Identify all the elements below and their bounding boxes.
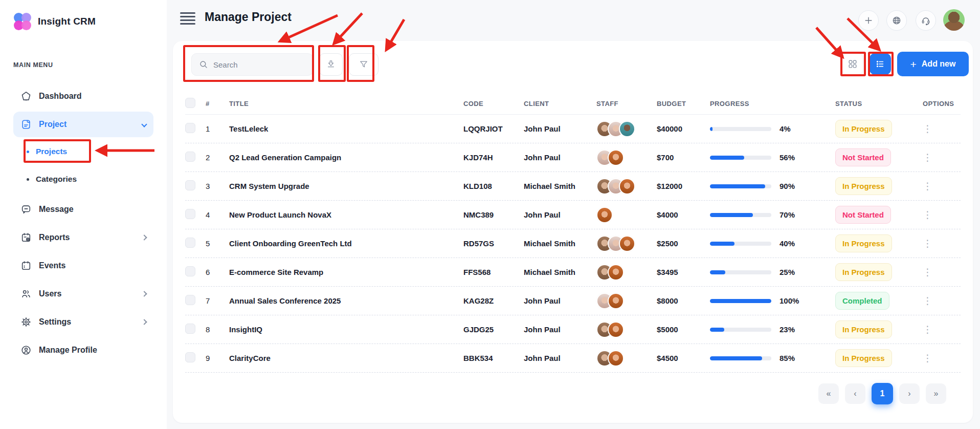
staff-avatar-woman-orange <box>608 293 624 309</box>
row-number: 5 <box>206 239 229 248</box>
status-badge: In Progress <box>835 263 892 281</box>
sidebar-item-reports[interactable]: Reports <box>13 226 153 249</box>
column-header-budget: BUDGET <box>657 100 710 108</box>
sidebar-section-label: MAIN MENU <box>13 61 53 69</box>
add-new-button[interactable]: + Add new <box>897 52 969 76</box>
sidebar-item-categories[interactable]: Categories <box>27 171 129 187</box>
row-options-button[interactable]: ⋮ <box>923 181 933 191</box>
main-content-card: + Add new # TITLE CODE CLIENT STAFF BUDG… <box>173 41 973 423</box>
budget-value: $8000 <box>657 296 710 305</box>
row-options-button[interactable]: ⋮ <box>923 267 933 277</box>
pagination-last-button[interactable]: » <box>926 383 946 404</box>
pagination-prev-button[interactable]: ‹ <box>845 383 865 404</box>
sidebar-item-projects[interactable]: Projects <box>27 143 129 160</box>
user-avatar[interactable] <box>943 9 965 31</box>
row-checkbox[interactable] <box>185 295 195 305</box>
search-box[interactable] <box>191 53 313 76</box>
client-name: John Paul <box>524 296 596 305</box>
project-code: NMC389 <box>463 210 524 219</box>
client-name: John Paul <box>524 210 596 219</box>
select-all-checkbox[interactable] <box>185 98 195 108</box>
row-checkbox[interactable] <box>185 238 195 248</box>
project-code: KLD108 <box>463 182 524 190</box>
row-number: 9 <box>206 354 229 362</box>
table-row: 5 Client Onboarding GreenTech Ltd RD57GS… <box>185 229 961 258</box>
project-title: InsightIQ <box>229 325 463 334</box>
list-view-icon <box>875 59 885 69</box>
project-title: TestLeleck <box>229 124 463 133</box>
sidebar-item-project[interactable]: Project <box>13 112 153 137</box>
row-checkbox[interactable] <box>185 152 195 162</box>
row-options-button[interactable]: ⋮ <box>923 295 933 306</box>
staff-avatars <box>596 264 657 281</box>
pagination-page-1-button[interactable]: 1 <box>872 383 893 404</box>
client-name: John Paul <box>524 354 596 362</box>
progress-cell: 100% <box>710 296 829 305</box>
budget-value: $2500 <box>657 239 710 248</box>
table-row: 7 Annual Sales Conference 2025 KAG28Z Jo… <box>185 287 961 315</box>
menu-toggle-button[interactable] <box>180 12 195 25</box>
filter-icon <box>359 59 369 70</box>
budget-value: $4000 <box>657 210 710 219</box>
progress-cell: 56% <box>710 153 829 162</box>
row-options-button[interactable]: ⋮ <box>923 152 933 163</box>
download-button[interactable] <box>319 53 343 76</box>
chevron-right-icon <box>141 234 147 240</box>
budget-value: $40000 <box>657 124 710 133</box>
progress-cell: 23% <box>710 325 829 334</box>
progress-bar <box>710 213 771 217</box>
sidebar-item-dashboard[interactable]: Dashboard <box>13 85 153 108</box>
download-icon <box>326 59 336 70</box>
projects-table: # TITLE CODE CLIENT STAFF BUDGET PROGRES… <box>185 93 961 373</box>
sidebar-item-label: Events <box>39 261 146 270</box>
column-header-options: OPTIONS <box>915 100 961 108</box>
quick-add-button[interactable] <box>858 10 879 31</box>
row-options-button[interactable]: ⋮ <box>923 353 933 363</box>
row-checkbox[interactable] <box>185 324 195 334</box>
sidebar-item-events[interactable]: Events <box>13 254 153 277</box>
column-header-client: CLIENT <box>524 100 596 108</box>
language-button[interactable] <box>886 10 907 31</box>
progress-cell: 4% <box>710 124 829 133</box>
staff-avatar-woman-orange <box>596 207 613 223</box>
progress-bar <box>710 184 771 188</box>
project-code: KAG28Z <box>463 296 524 305</box>
list-view-button[interactable] <box>870 53 891 75</box>
project-code: LQQRJIOT <box>463 124 524 133</box>
progress-cell: 70% <box>710 210 829 219</box>
progress-bar <box>710 356 771 360</box>
project-code: RD57GS <box>463 239 524 248</box>
filter-button[interactable] <box>349 53 378 76</box>
support-button[interactable] <box>916 10 936 31</box>
staff-avatars <box>596 121 657 137</box>
row-number: 1 <box>206 124 229 133</box>
pagination-next-button[interactable]: › <box>899 383 920 404</box>
row-options-button[interactable]: ⋮ <box>923 324 933 335</box>
row-checkbox[interactable] <box>185 352 195 362</box>
sidebar-item-settings[interactable]: Settings <box>13 311 153 333</box>
progress-bar <box>710 270 771 274</box>
sidebar-item-manage-profile[interactable]: Manage Profile <box>13 339 153 361</box>
row-options-button[interactable]: ⋮ <box>923 209 933 220</box>
row-checkbox[interactable] <box>185 266 195 276</box>
staff-avatar-woman-orange <box>608 321 624 338</box>
grid-view-button[interactable] <box>842 53 863 75</box>
row-number: 3 <box>206 182 229 190</box>
pagination-first-button[interactable]: « <box>818 383 839 404</box>
staff-avatar-woman-orange <box>619 178 635 195</box>
client-name: John Paul <box>524 124 596 133</box>
row-options-button[interactable]: ⋮ <box>923 123 933 134</box>
client-name: Michael Smith <box>524 268 596 276</box>
project-title: ClarityCore <box>229 354 463 362</box>
search-icon <box>199 60 208 69</box>
sidebar-item-users[interactable]: Users <box>13 283 153 305</box>
row-options-button[interactable]: ⋮ <box>923 238 933 249</box>
status-badge: In Progress <box>835 349 892 367</box>
table-row: 1 TestLeleck LQQRJIOT John Paul $40000 4… <box>185 115 961 143</box>
sidebar-item-message[interactable]: Message <box>13 198 153 221</box>
row-checkbox[interactable] <box>185 123 195 133</box>
row-checkbox[interactable] <box>185 180 195 190</box>
progress-cell: 90% <box>710 182 829 190</box>
search-input[interactable] <box>213 60 295 69</box>
row-checkbox[interactable] <box>185 209 195 219</box>
